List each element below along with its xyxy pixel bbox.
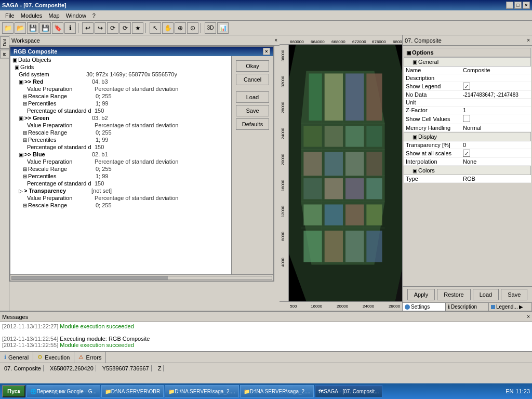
side-tab-data[interactable]: Dat [0, 36, 9, 49]
general-header[interactable]: ▣ General [404, 57, 531, 66]
grids-header[interactable]: ▣ Grids [10, 63, 231, 71]
rgb-dialog-close[interactable]: × [263, 48, 270, 55]
toolbar-select[interactable]: ↖ [150, 22, 161, 34]
expand-data-objects[interactable]: ▣ [12, 57, 17, 63]
maximize-button[interactable]: □ [514, 2, 522, 9]
dialog-scrollbar[interactable] [10, 274, 273, 281]
toolbar-undo[interactable]: ↩ [82, 22, 94, 34]
expand-blue-rr[interactable]: ⊞ [23, 166, 27, 172]
expand-transparency[interactable]: ▷ [19, 188, 23, 194]
data-objects-header[interactable]: ▣ Data Objects [10, 56, 231, 63]
expand-trans-rr[interactable]: ⊞ [23, 203, 27, 208]
scrollbar-thumb[interactable] [12, 276, 168, 280]
show-cell-checkbox[interactable] [463, 115, 470, 122]
rgb-tree-panel[interactable]: ▣ Data Objects ▣ Grids Grid system 30; 9… [10, 56, 232, 274]
red-pct-row[interactable]: ⊞ Percentiles 1; 99 [10, 100, 231, 107]
green-row[interactable]: ▣ >> Green 03. b2 [10, 114, 231, 122]
msg-tab-execution[interactable]: ⚙ Execution [33, 352, 74, 363]
workspace-close[interactable]: × [274, 37, 277, 43]
toolbar-refresh2[interactable]: ⟳ [119, 22, 131, 34]
menu-file[interactable]: File [2, 11, 18, 20]
blue-rr-row[interactable]: ⊞ Rescale Range 0; 255 [10, 165, 231, 172]
taskbar-item-2[interactable]: 📁 D:\NA SERVER\saga_2.... [165, 385, 239, 397]
rp-save-button[interactable]: Save [501, 289, 527, 300]
trans-vp-row[interactable]: Value Preparation Percentage of standard… [10, 194, 231, 202]
red-rr-row[interactable]: ⊞ Rescale Range 0; 255 [10, 92, 231, 100]
colors-header[interactable]: ▣ Colors [404, 166, 531, 175]
expand-display[interactable]: ▣ [413, 134, 417, 140]
trans-rr-row[interactable]: ⊞ Rescale Range 0; 255 [10, 202, 231, 209]
toolbar-hand[interactable]: ✋ [162, 22, 174, 34]
tab-legend[interactable]: Legend... ▶ [489, 303, 532, 311]
toolbar-redo[interactable]: ↪ [95, 22, 106, 34]
expand-grids[interactable]: ▣ [15, 64, 19, 70]
show-legend-checkbox[interactable] [463, 83, 470, 90]
taskbar-item-3[interactable]: 📁 D:\NA SERVER\saga_2.... [240, 385, 314, 397]
grid-system-row[interactable]: Grid system 30; 972x 1469y; 658770x 5556… [10, 71, 231, 78]
expand-green[interactable]: ▣ [19, 115, 23, 121]
red-psd-row[interactable]: Percentage of standard d 150 [10, 107, 231, 114]
taskbar-item-1[interactable]: 📁 D:\NA SERVER\OBR [101, 385, 164, 397]
toolbar-new[interactable]: 📁 [2, 22, 14, 34]
toolbar-info[interactable]: ℹ [64, 22, 76, 34]
map-canvas[interactable] [289, 45, 402, 301]
msg-tab-general[interactable]: ℹ General [0, 352, 33, 363]
toolbar-save-btn[interactable]: 💾 [27, 22, 38, 34]
apply-button[interactable]: Apply [407, 289, 435, 300]
expand-green-pct[interactable]: ⊞ [23, 137, 27, 143]
save-button[interactable]: Save [236, 105, 269, 116]
green-vp-row[interactable]: Value Preparation Percentage of standard… [10, 122, 231, 129]
red-vp-row[interactable]: Value Preparation Percentage of standard… [10, 85, 231, 92]
transparency-row[interactable]: ▷ > Transparency [not set] [10, 187, 231, 194]
right-panel-close[interactable]: × [527, 37, 530, 43]
expand-red-rr[interactable]: ⊞ [23, 94, 27, 99]
toolbar-zoomout[interactable]: ⊙ [187, 22, 198, 34]
expand-green-rr[interactable]: ⊞ [23, 130, 27, 136]
expand-red-pct[interactable]: ⊞ [23, 101, 27, 107]
expand-blue[interactable]: ▣ [19, 152, 23, 157]
msg-tab-errors[interactable]: ⚠ Errors [74, 352, 106, 363]
side-tab-r[interactable]: R [0, 50, 9, 59]
cancel-button[interactable]: Cancel [236, 74, 269, 85]
rp-load-button[interactable]: Load [473, 289, 499, 300]
tab-description[interactable]: ℹ Description [446, 303, 489, 311]
toolbar-chart[interactable]: 📊 [217, 22, 229, 34]
start-button[interactable]: Пуск [2, 385, 25, 397]
red-row[interactable]: ▣ >> Red 04. b3 [10, 78, 231, 85]
toolbar-bookmark[interactable]: 🔖 [52, 22, 63, 34]
taskbar-item-4[interactable]: 🗺 SAGA - [07. Composit... [315, 385, 382, 397]
messages-close[interactable]: × [527, 314, 530, 320]
green-pct-row[interactable]: ⊞ Percentiles 1; 99 [10, 136, 231, 143]
blue-pct-row[interactable]: ⊞ Percentiles 1; 99 [10, 172, 231, 180]
expand-options[interactable]: ▣ [406, 50, 411, 56]
menu-window[interactable]: Window [63, 11, 89, 20]
toolbar-zoomin[interactable]: ⊕ [175, 22, 186, 34]
expand-red[interactable]: ▣ [19, 79, 23, 85]
show-all-scales-checkbox[interactable] [463, 150, 470, 157]
scrollbar-track[interactable] [11, 276, 272, 280]
expand-colors[interactable]: ▣ [413, 168, 417, 174]
expand-general[interactable]: ▣ [413, 59, 417, 65]
expand-blue-pct[interactable]: ⊞ [23, 174, 27, 179]
toolbar-star[interactable]: ★ [132, 22, 143, 34]
load-button[interactable]: Load [236, 91, 269, 103]
close-button[interactable]: × [523, 2, 530, 9]
display-header[interactable]: ▣ Display [404, 132, 531, 141]
options-header[interactable]: ▣ Options [404, 48, 531, 57]
green-rr-row[interactable]: ⊞ Rescale Range 0; 255 [10, 129, 231, 136]
defaults-button[interactable]: Defaults [236, 118, 269, 130]
taskbar-item-0[interactable]: 🌐 Переводчик Google - G... [26, 385, 100, 397]
toolbar-refresh1[interactable]: ⟳ [107, 22, 118, 34]
menu-map[interactable]: Map [45, 11, 62, 20]
menu-help[interactable]: ? [89, 11, 99, 20]
menu-modules[interactable]: Modules [18, 11, 46, 20]
toolbar-saveas[interactable]: 💾 [39, 22, 51, 34]
green-psd-row[interactable]: Percentage of standard d 150 [10, 143, 231, 151]
toolbar-3d[interactable]: 3D [205, 22, 216, 34]
blue-row[interactable]: ▣ >> Blue 02. b1 [10, 151, 231, 158]
toolbar-open[interactable]: 📂 [15, 22, 26, 34]
minimize-button[interactable]: _ [506, 2, 513, 9]
blue-vp-row[interactable]: Value Preparation Percentage of standard… [10, 158, 231, 165]
tab-settings[interactable]: Settings [403, 303, 446, 311]
okay-button[interactable]: Okay [236, 60, 269, 72]
